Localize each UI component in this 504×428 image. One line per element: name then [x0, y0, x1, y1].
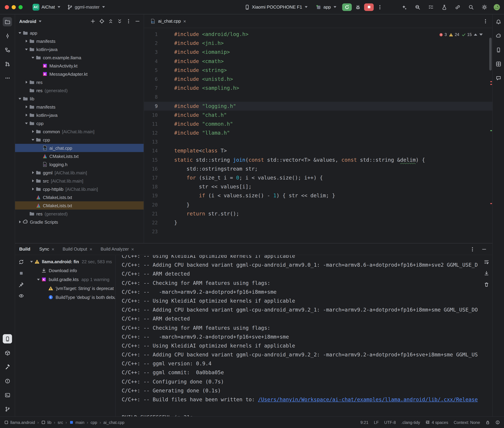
tree-item-lib[interactable]: lib — [15, 95, 144, 103]
breadcrumb-item-cpp[interactable]: cpp — [91, 420, 97, 425]
event-log-icon[interactable] — [495, 420, 500, 425]
resource-manager-tool-button[interactable] — [3, 348, 12, 357]
maximize-window-button[interactable] — [18, 5, 23, 9]
line-ending-selector[interactable]: LF — [374, 420, 379, 425]
close-window-button[interactable] — [5, 5, 9, 9]
terminal-tool-button[interactable] — [3, 390, 12, 400]
breadcrumb-item-llama-android[interactable]: llama.android — [4, 420, 35, 425]
build-tree-item-download-info[interactable]: Download info — [27, 266, 115, 275]
build-tab-sync[interactable]: Sync× — [36, 245, 58, 253]
editor-scrollbar[interactable] — [489, 38, 492, 71]
code-area[interactable]: 1#include <android/log.h>2#include <jni.… — [144, 28, 492, 243]
code-line-23[interactable]: 23 — [144, 227, 492, 236]
code-line-17[interactable]: 17 for (size_t i = 0; i < values.size();… — [144, 173, 492, 182]
tree-item-cmakelists-txt[interactable]: CMakeLists.txt — [15, 152, 144, 160]
code-line-10[interactable]: 10#include "chat.h" — [144, 110, 492, 119]
tree-item-cmakelists-txt[interactable]: CMakeLists.txt — [15, 201, 144, 210]
inspections-widget[interactable]: 3 24 15 — [439, 30, 483, 39]
tree-item-res[interactable]: res — [15, 78, 144, 86]
error-stripe-mark[interactable] — [490, 81, 492, 82]
tree-item-res[interactable]: res(generated) — [15, 86, 144, 95]
tree-item-gradle-scripts[interactable]: Gradle Scripts — [15, 218, 144, 226]
tree-item-ai-chat-cpp[interactable]: C+ai_chat.cpp — [15, 144, 144, 152]
more-tools-tool-button[interactable] — [3, 73, 12, 82]
code-line-7[interactable]: 7#include <sampling.h> — [144, 83, 492, 92]
ai-actions-button[interactable] — [400, 3, 409, 11]
build-tool-tool-button[interactable] — [3, 362, 12, 371]
code-line-19[interactable]: 19 if (i < values.size() - 1) { str << d… — [144, 191, 492, 200]
build-tree-item-jvmtarget-string-is-deprecat[interactable]: 'jvmTarget: String' is deprecat — [27, 284, 115, 293]
code-line-5[interactable]: 5#include <string> — [144, 66, 492, 74]
version-control-tool-button[interactable] — [3, 404, 12, 414]
branch-selector[interactable]: ggml-master — [65, 3, 107, 11]
context-widget[interactable]: Context: None — [454, 420, 480, 425]
more-run-options-button[interactable] — [377, 4, 383, 10]
code-line-20[interactable]: 20 } — [144, 200, 492, 209]
code-line-18[interactable]: 18 str << values[i]; — [144, 182, 492, 191]
build-tree-item-buildtype-debug-is-both-debug[interactable]: BuildType 'debug' is both debug — [27, 293, 115, 302]
change-stripe-mark[interactable] — [490, 130, 492, 131]
code-line-13[interactable]: 13 — [144, 137, 492, 146]
tree-item-kotlin-java[interactable]: kotlin+java — [15, 111, 144, 119]
search-button[interactable] — [467, 3, 476, 11]
encoding-selector[interactable]: UTF-8 — [384, 420, 396, 425]
run-config-selector[interactable]: app — [314, 3, 339, 11]
code-line-9[interactable]: 9#include "logging.h" — [144, 102, 492, 110]
task-list-button[interactable] — [427, 3, 436, 11]
flask-button[interactable] — [440, 3, 449, 11]
project-view-selector[interactable]: Android — [19, 19, 42, 24]
running-devices-tool-button[interactable] — [3, 334, 12, 343]
breadcrumb-item-lib[interactable]: lib — [41, 420, 51, 425]
indent-widget[interactable]: 4 spaces — [426, 420, 448, 425]
lock-icon[interactable] — [486, 420, 490, 425]
code-line-4[interactable]: 4#include <cmath> — [144, 57, 492, 66]
code-line-11[interactable]: 11#include "common.h" — [144, 120, 492, 128]
rerun-button[interactable] — [342, 3, 352, 11]
build-tab-build-analyzer[interactable]: Build Analyzer× — [97, 245, 137, 253]
hide-build-panel-button[interactable] — [480, 245, 488, 253]
tree-item-common[interactable]: common[AiChat.lib.main] — [15, 127, 144, 136]
build-tree-item-llama-android-fin[interactable]: llama.android: fin22 sec, 583 ms — [27, 257, 115, 266]
app-insights-tool-button[interactable] — [494, 73, 503, 82]
commit-tool-button[interactable] — [3, 31, 12, 41]
next-problem-button[interactable] — [479, 33, 483, 36]
breadcrumb-item-main[interactable]: main — [69, 420, 84, 425]
tree-item-mainactivity-kt[interactable]: KMainActivity.kt — [15, 62, 144, 70]
tree-item-com-example-llama[interactable]: com.example.llama — [15, 53, 144, 62]
scroll-to-end-button[interactable] — [482, 269, 491, 277]
build-tab-build-output[interactable]: Build Output× — [59, 245, 96, 253]
project-selector[interactable]: AC AiChat — [30, 2, 63, 12]
code-line-22[interactable]: 22} — [144, 218, 492, 227]
close-tab-button[interactable]: × — [90, 247, 92, 251]
editor-options-button[interactable] — [481, 17, 490, 25]
soft-wrap-button[interactable] — [482, 258, 491, 266]
code-line-2[interactable]: 2#include <jni.h> — [144, 39, 492, 48]
editor-tab-ai-chat-cpp[interactable]: C+ ai_chat.cpp × — [147, 14, 189, 28]
minimize-window-button[interactable] — [12, 5, 16, 9]
previous-problem-button[interactable] — [474, 33, 477, 36]
code-line-8[interactable]: 8 — [144, 92, 492, 101]
console-link[interactable]: /Users/hanyin/Workspace/ai-chat/examples… — [258, 396, 478, 403]
tree-item-logging-h[interactable]: Hlogging.h — [15, 160, 144, 169]
code-line-14[interactable]: 14template<class T> — [144, 147, 492, 155]
breadcrumb-item-src[interactable]: src — [58, 420, 63, 425]
code-line-3[interactable]: 3#include <iomanip> — [144, 48, 492, 57]
tree-item-res[interactable]: res(generated) — [15, 210, 144, 218]
tree-item-app[interactable]: app — [15, 29, 144, 37]
close-tab-button[interactable]: × — [52, 247, 54, 251]
pull-requests-tool-button[interactable] — [3, 59, 12, 68]
build-options-button[interactable] — [468, 245, 477, 253]
code-line-21[interactable]: 21 return str.str(); — [144, 209, 492, 218]
tree-item-src[interactable]: src[AiChat.lib.main] — [15, 177, 144, 185]
tree-item-ggml[interactable]: ggml[AiChat.lib.main] — [15, 169, 144, 177]
tree-item-messageadapter-kt[interactable]: KMessageAdapter.kt — [15, 70, 144, 78]
pin-tab-button[interactable] — [17, 280, 25, 288]
build-console[interactable]: C/C++: -- Using KleidiAI optimized kerne… — [115, 255, 481, 416]
tree-item-manifests[interactable]: manifests — [15, 103, 144, 111]
device-selector[interactable]: Xiaomi POCOPHONE F1 — [242, 3, 310, 11]
debug-button[interactable] — [355, 4, 361, 10]
tree-item-cmakelists-txt[interactable]: CMakeLists.txt — [15, 193, 144, 201]
close-tab-button[interactable]: × — [183, 19, 186, 24]
problems-tool-button[interactable] — [3, 376, 12, 386]
project-tool-button[interactable] — [3, 17, 12, 26]
